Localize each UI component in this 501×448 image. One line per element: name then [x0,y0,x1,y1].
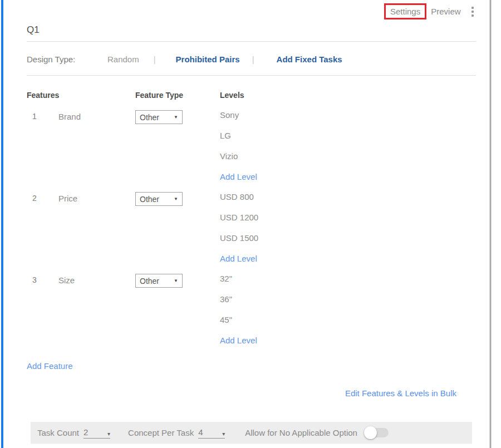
caret-down-icon: ▼ [174,278,178,283]
level-item[interactable]: USD 800 [220,192,476,203]
bulk-edit-link[interactable]: Edit Features & Levels in Bulk [27,388,476,398]
feature-type-selected-value: Other [140,113,159,122]
feature-type-selected-value: Other [140,195,159,204]
task-count-select[interactable]: 2 ▾ [84,427,110,439]
design-type-row: Design Type: Random | Prohibited Pairs |… [27,55,476,64]
window-right-border[interactable] [489,0,492,448]
feature-row-brand: 1 Brand Other ▼ Sony LG Vizio Add Level [27,110,476,183]
design-type-label: Design Type: [27,55,81,64]
preview-button[interactable]: Preview [431,7,460,16]
level-item[interactable]: LG [220,131,476,142]
separator: | [252,55,254,64]
levels-list: Sony LG Vizio Add Level [220,110,476,183]
topbar: Settings Preview [384,3,475,19]
caret-down-icon: ▼ [174,115,178,120]
feature-row-price: 2 Price Other ▼ USD 800 USD 1200 USD 150… [27,192,476,265]
no-applicable-option-toggle[interactable] [365,428,389,437]
feature-type-column-header: Feature Type [135,91,220,100]
levels-list: 32" 36" 45" Add Level [220,274,476,347]
level-item[interactable]: Vizio [220,151,476,163]
feature-index: 2 [27,192,58,203]
separator: | [154,55,156,64]
divider [27,41,476,42]
task-settings-bar: Task Count 2 ▾ Concept Per Task 4 ▾ Allo… [31,422,472,444]
levels-list: USD 800 USD 1200 USD 1500 Add Level [220,192,476,265]
feature-type-select[interactable]: Other ▼ [135,110,183,124]
left-accent-bar [1,0,3,448]
conjoint-question-editor: Settings Preview Q1 Design Type: Random … [0,0,501,448]
feature-type-select[interactable]: Other ▼ [135,192,183,206]
levels-column-header: Levels [220,91,476,100]
feature-row-size: 3 Size Other ▼ 32" 36" 45" Add Level [27,274,476,347]
feature-name[interactable]: Price [58,192,135,203]
task-count-value: 2 [84,427,88,437]
divider [27,75,476,76]
feature-rows: 1 Brand Other ▼ Sony LG Vizio Add Level … [27,110,476,347]
kebab-menu-icon[interactable] [470,6,475,18]
feature-type-selected-value: Other [140,277,159,285]
concept-per-task-value: 4 [198,427,203,437]
level-item[interactable]: 32" [220,274,476,285]
task-count-label: Task Count [37,428,79,437]
concept-per-task-select[interactable]: 4 ▾ [198,427,225,439]
design-option-prohibited-pairs[interactable]: Prohibited Pairs [176,55,240,64]
question-content: Q1 Design Type: Random | Prohibited Pair… [27,0,476,398]
settings-button[interactable]: Settings [384,3,426,19]
features-column-header: Features [27,91,135,100]
no-applicable-option-label: Allow for No Applicable Option [245,428,357,437]
level-item[interactable]: Sony [220,110,476,121]
feature-name[interactable]: Brand [58,110,135,121]
add-level-link[interactable]: Add Level [220,172,476,183]
level-item[interactable]: 36" [220,294,476,306]
add-feature-link[interactable]: Add Feature [27,361,73,371]
question-title: Q1 [27,24,476,36]
level-item[interactable]: USD 1500 [220,233,476,244]
design-option-add-fixed-tasks[interactable]: Add Fixed Tasks [277,55,342,64]
feature-index: 3 [27,274,58,284]
caret-down-icon: ▾ [107,431,110,437]
caret-down-icon: ▾ [222,431,225,437]
level-item[interactable]: USD 1200 [220,213,476,224]
caret-down-icon: ▼ [174,196,178,201]
toggle-knob [364,426,377,439]
add-level-link[interactable]: Add Level [220,336,476,347]
feature-type-select[interactable]: Other ▼ [135,274,183,288]
level-item[interactable]: 45" [220,315,476,326]
concept-per-task-label: Concept Per Task [128,428,194,437]
design-option-random[interactable]: Random [107,55,139,64]
add-level-link[interactable]: Add Level [220,254,476,265]
feature-name[interactable]: Size [58,274,135,285]
feature-index: 1 [27,110,58,121]
features-table-header: Features Feature Type Levels [27,91,476,100]
